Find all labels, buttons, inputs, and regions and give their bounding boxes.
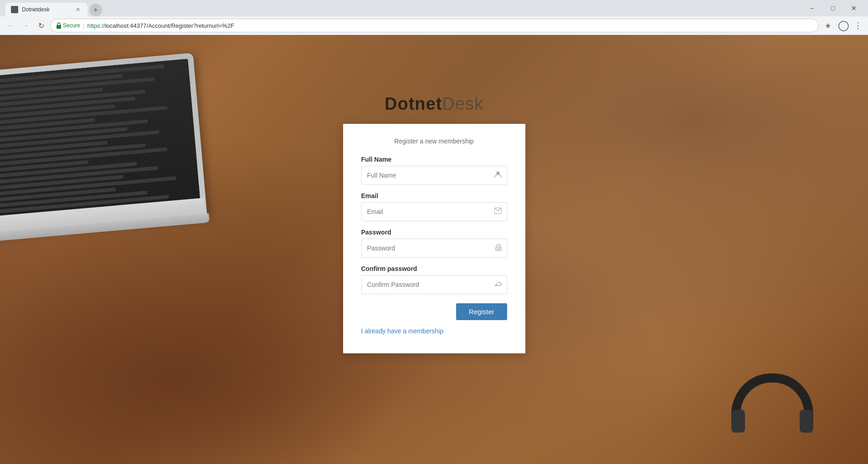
email-input[interactable] bbox=[361, 202, 507, 221]
password-label: Password bbox=[361, 229, 507, 236]
brand-bold: Dotnet bbox=[385, 94, 442, 113]
tab-bar: Dotnetdesk ✕ + bbox=[4, 0, 104, 16]
site-brand: DotnetDesk bbox=[385, 94, 483, 114]
page-content: DotnetDesk Register a new membership Ful… bbox=[0, 35, 868, 464]
refresh-button[interactable]: ↻ bbox=[35, 19, 47, 32]
secure-label: Secure bbox=[63, 22, 80, 29]
full-name-wrapper bbox=[361, 166, 507, 185]
password-group: Password bbox=[361, 229, 507, 258]
full-name-label: Full Name bbox=[361, 156, 507, 163]
browser-toolbar: ← → ↻ Secure | https://localhost:44377/A… bbox=[0, 16, 868, 35]
new-tab-button[interactable]: + bbox=[89, 4, 102, 16]
login-link[interactable]: I already have a membership bbox=[361, 327, 444, 335]
password-input[interactable] bbox=[361, 239, 507, 258]
register-form-card: Register a new membership Full Name Emai… bbox=[343, 124, 525, 353]
svg-point-7 bbox=[498, 248, 498, 249]
url-scheme: https:// bbox=[87, 22, 105, 29]
svg-rect-0 bbox=[56, 25, 61, 29]
confirm-password-wrapper bbox=[361, 275, 507, 294]
lock-icon bbox=[495, 244, 502, 253]
laptop-illustration bbox=[0, 35, 237, 299]
email-icon bbox=[494, 208, 502, 216]
person-icon bbox=[494, 171, 502, 180]
email-label: Email bbox=[361, 192, 507, 199]
window-controls: − □ ✕ bbox=[801, 2, 864, 15]
confirm-icon bbox=[494, 280, 502, 289]
confirm-password-label: Confirm password bbox=[361, 265, 507, 272]
email-wrapper bbox=[361, 202, 507, 221]
headphones-icon bbox=[731, 364, 813, 464]
bookmark-button[interactable]: ★ bbox=[822, 19, 834, 32]
browser-titlebar: Dotnetdesk ✕ + − □ ✕ bbox=[0, 0, 868, 16]
svg-rect-2 bbox=[800, 410, 813, 433]
full-name-input[interactable] bbox=[361, 166, 507, 185]
maximize-button[interactable]: □ bbox=[822, 2, 843, 15]
confirm-password-input[interactable] bbox=[361, 275, 507, 294]
profile-button[interactable]: ◯ bbox=[837, 19, 850, 32]
confirm-password-group: Confirm password bbox=[361, 265, 507, 294]
forward-button[interactable]: → bbox=[19, 19, 32, 32]
tab-title: Dotnetdesk bbox=[22, 6, 70, 13]
menu-button[interactable]: ⋮ bbox=[852, 19, 864, 32]
secure-badge: Secure bbox=[56, 22, 80, 29]
tab-close-button[interactable]: ✕ bbox=[74, 5, 82, 14]
brand-light: Desk bbox=[442, 94, 483, 113]
url-path: localhost:44377/Account/Register?returnu… bbox=[105, 22, 234, 29]
tab-favicon-icon bbox=[11, 6, 18, 13]
back-button[interactable]: ← bbox=[4, 19, 16, 32]
headphones-illustration bbox=[731, 364, 813, 464]
toolbar-right: ◯ ⋮ bbox=[837, 19, 864, 32]
active-tab[interactable]: Dotnetdesk ✕ bbox=[5, 3, 87, 16]
address-bar[interactable]: Secure | https://localhost:44377/Account… bbox=[50, 19, 819, 32]
close-window-button[interactable]: ✕ bbox=[843, 2, 864, 15]
form-subtitle: Register a new membership bbox=[361, 138, 507, 145]
full-name-group: Full Name bbox=[361, 156, 507, 185]
minimize-button[interactable]: − bbox=[801, 2, 822, 15]
register-button[interactable]: Register bbox=[456, 303, 507, 320]
email-group: Email bbox=[361, 192, 507, 221]
password-wrapper bbox=[361, 239, 507, 258]
url-display: https://localhost:44377/Account/Register… bbox=[87, 22, 813, 29]
browser-chrome: Dotnetdesk ✕ + − □ ✕ ← → ↻ Secure | bbox=[0, 0, 868, 35]
svg-rect-1 bbox=[731, 410, 745, 433]
lock-icon bbox=[56, 22, 62, 29]
